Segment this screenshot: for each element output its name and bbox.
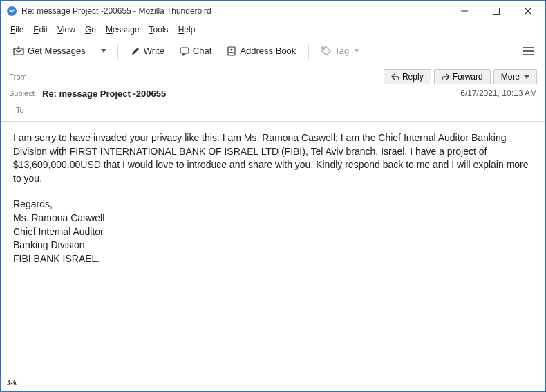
signature: Regards, Ms. Ramona Caswell Chief Intern…	[13, 198, 533, 265]
address-book-icon	[227, 46, 236, 56]
tag-icon	[321, 46, 331, 56]
reply-icon	[391, 73, 399, 80]
reply-label: Reply	[402, 72, 424, 82]
svg-point-0	[7, 6, 17, 16]
sig-org: FIBI BANK ISRAEL.	[13, 252, 533, 266]
toolbar-separator-2	[308, 44, 309, 59]
toolbar: Get Messages Write Chat Address Book Tag	[1, 38, 545, 64]
from-label: From	[9, 73, 42, 81]
chevron-down-icon	[101, 49, 106, 53]
svg-point-8	[231, 48, 233, 50]
statusbar	[1, 375, 545, 391]
write-label: Write	[144, 46, 164, 56]
menu-edit[interactable]: Edit	[29, 24, 52, 36]
more-button[interactable]: More	[493, 69, 537, 84]
menu-go[interactable]: Go	[81, 24, 100, 36]
message-timestamp: 6/17/2021, 10:13 AM	[460, 88, 537, 98]
titlebar: Re: message Project -200655 - Mozilla Th…	[1, 1, 545, 21]
sig-regards: Regards,	[13, 198, 533, 212]
forward-icon	[442, 73, 450, 80]
app-menu-button[interactable]	[519, 44, 538, 58]
body-paragraph: I am sorry to have invaded your privacy …	[13, 131, 533, 185]
svg-point-13	[11, 382, 13, 384]
minimize-button[interactable]	[449, 1, 480, 21]
hamburger-icon	[523, 47, 534, 55]
tag-label: Tag	[335, 46, 349, 56]
message-body: I am sorry to have invaded your privacy …	[1, 122, 545, 275]
toolbar-separator	[117, 44, 118, 59]
tag-button[interactable]: Tag	[316, 43, 365, 59]
message-header: From Reply Forward More Subject Re: me	[1, 64, 545, 122]
menu-message[interactable]: Message	[102, 24, 144, 36]
to-label: To	[16, 106, 42, 114]
get-messages-button[interactable]: Get Messages	[8, 43, 91, 59]
menu-tools[interactable]: Tools	[145, 24, 173, 36]
get-messages-dropdown[interactable]	[95, 46, 111, 55]
chevron-down-icon	[524, 75, 529, 79]
close-button[interactable]	[512, 1, 544, 21]
chat-icon	[180, 46, 189, 56]
thunderbird-icon	[6, 6, 17, 17]
window-controls	[449, 1, 544, 21]
svg-point-9	[323, 48, 325, 50]
window-title: Re: message Project -200655 - Mozilla Th…	[21, 6, 449, 16]
forward-label: Forward	[453, 72, 483, 82]
get-messages-label: Get Messages	[28, 46, 86, 56]
menubar: File Edit View Go Message Tools Help	[1, 21, 545, 38]
subject-value: Re: message Project -200655	[42, 88, 460, 99]
chat-label: Chat	[193, 46, 211, 56]
svg-rect-7	[228, 47, 235, 55]
sig-division: Banking Division	[13, 239, 533, 252]
remote-content-icon[interactable]	[6, 380, 17, 388]
sig-title: Chief Internal Auditor	[13, 225, 533, 239]
write-button[interactable]: Write	[125, 43, 170, 59]
more-label: More	[501, 72, 520, 82]
reply-button[interactable]: Reply	[384, 69, 431, 84]
svg-rect-6	[180, 48, 189, 53]
svg-rect-2	[493, 8, 500, 14]
menu-file[interactable]: File	[6, 24, 28, 36]
menu-view[interactable]: View	[53, 24, 79, 36]
subject-label: Subject	[9, 89, 42, 97]
address-book-button[interactable]: Address Book	[221, 43, 301, 59]
pencil-icon	[131, 46, 140, 56]
chevron-down-icon	[354, 49, 359, 53]
menu-help[interactable]: Help	[174, 24, 200, 36]
forward-button[interactable]: Forward	[434, 69, 491, 84]
address-book-label: Address Book	[240, 46, 296, 56]
download-icon	[13, 46, 24, 56]
maximize-button[interactable]	[480, 1, 512, 21]
sig-name: Ms. Ramona Caswell	[13, 212, 533, 225]
chat-button[interactable]: Chat	[174, 43, 217, 59]
